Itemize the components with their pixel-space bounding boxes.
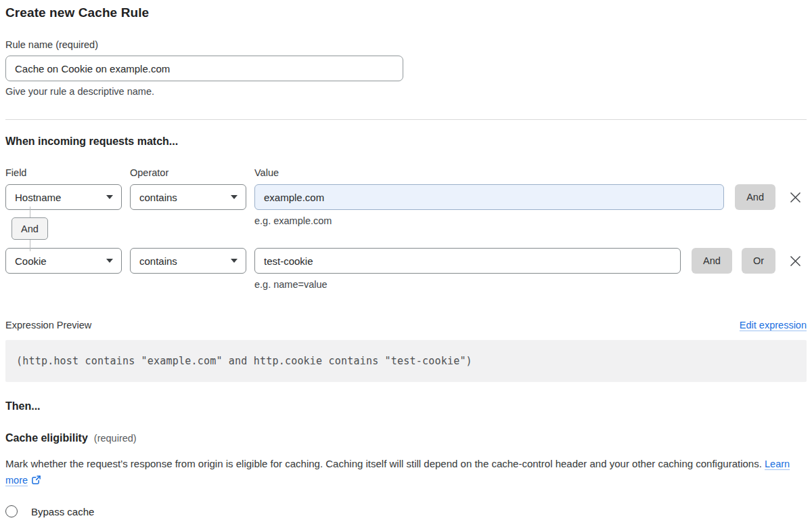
chevron-down-icon <box>231 259 238 263</box>
and-button-row-1[interactable]: And <box>735 184 775 210</box>
field-select-1-value: Hostname <box>15 192 61 203</box>
description-text: Mark whether the request’s response from… <box>5 458 762 469</box>
edit-expression-link[interactable]: Edit expression <box>740 320 807 331</box>
condition-row-2: Cookie contains And Or <box>5 248 807 274</box>
between-conditions: And e.g. example.com <box>5 210 807 248</box>
remove-condition-2-button[interactable] <box>784 248 807 274</box>
rule-name-input[interactable] <box>5 56 403 81</box>
value-column-label: Value <box>254 167 807 178</box>
radio-label-bypass: Bypass cache <box>31 506 94 517</box>
field-select-2-value: Cookie <box>15 255 47 267</box>
match-heading: When incoming requests match... <box>5 135 807 148</box>
condition-row-1: Hostname contains And <box>5 184 807 210</box>
then-heading: Then... <box>5 400 807 412</box>
chevron-down-icon <box>106 195 113 199</box>
chevron-down-icon <box>106 259 113 263</box>
radio-option-bypass-cache[interactable]: Bypass cache <box>5 505 807 517</box>
cache-eligibility-header: Cache eligibility (required) <box>5 432 807 444</box>
condition-column-labels: Field Operator Value <box>5 167 807 178</box>
section-divider <box>5 119 807 120</box>
expression-preview-header: Expression Preview Edit expression <box>5 320 807 331</box>
external-link-icon <box>31 473 41 490</box>
or-button-row-2[interactable]: Or <box>742 248 775 274</box>
cache-eligibility-description: Mark whether the request’s response from… <box>5 456 807 490</box>
operator-select-2[interactable]: contains <box>130 248 246 274</box>
field-select-1[interactable]: Hostname <box>5 184 122 210</box>
expression-code-block: (http.host contains "example.com" and ht… <box>5 340 807 382</box>
and-button-row-2[interactable]: And <box>692 248 732 274</box>
required-note: (required) <box>94 433 137 444</box>
value-input-2[interactable] <box>254 248 681 274</box>
value-input-1[interactable] <box>254 184 724 210</box>
cache-eligibility-title: Cache eligibility <box>5 432 88 444</box>
operator-select-2-value: contains <box>139 255 177 267</box>
close-icon <box>790 192 801 203</box>
field-select-2[interactable]: Cookie <box>5 248 122 274</box>
value-hint-1: e.g. example.com <box>254 215 332 226</box>
close-icon <box>790 255 801 267</box>
page-title: Create new Cache Rule <box>5 5 807 20</box>
rule-name-label: Rule name (required) <box>5 39 807 50</box>
value-hint-2: e.g. name=value <box>254 279 807 290</box>
chevron-down-icon <box>231 195 238 199</box>
expression-preview-label: Expression Preview <box>5 320 91 331</box>
logic-connector-button[interactable]: And <box>12 217 48 240</box>
operator-column-label: Operator <box>130 167 246 178</box>
operator-select-1-value: contains <box>139 192 177 203</box>
rule-name-help: Give your rule a descriptive name. <box>5 86 807 97</box>
radio-unchecked-icon <box>5 505 18 517</box>
remove-condition-1-button[interactable] <box>784 184 807 210</box>
operator-select-1[interactable]: contains <box>130 184 246 210</box>
create-cache-rule-form: Create new Cache Rule Rule name (require… <box>0 0 812 531</box>
field-column-label: Field <box>5 167 122 178</box>
